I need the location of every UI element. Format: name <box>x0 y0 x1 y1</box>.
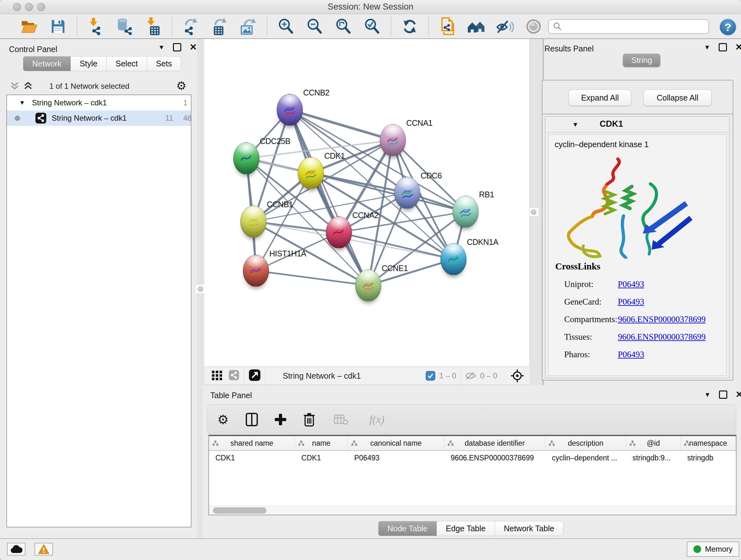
table-row[interactable]: CDK1CDK1P064939606.ENSP00000378699cyclin… <box>209 451 736 465</box>
cloud-button[interactable] <box>7 543 25 556</box>
column-header--id[interactable]: @id <box>626 436 681 450</box>
import-network-icon[interactable] <box>87 17 105 36</box>
panel-menu-icon[interactable]: ▼ <box>704 391 711 398</box>
collapse-collection-icon[interactable]: ▼ <box>19 99 25 106</box>
zoom-out-icon[interactable] <box>306 17 324 36</box>
tab-edge-table[interactable]: Edge Table <box>437 521 495 536</box>
refresh-icon[interactable] <box>401 17 419 36</box>
table-cell[interactable]: P06493 <box>348 451 444 465</box>
node-table[interactable]: shared name name canonical name database… <box>208 435 737 515</box>
float-panel-icon[interactable] <box>173 43 181 51</box>
import-table-icon[interactable] <box>144 17 162 36</box>
table-cell[interactable]: 9606.ENSP00000378699 <box>444 451 545 465</box>
node-cdkn1a[interactable] <box>441 243 467 275</box>
node-label-cdc25b: CDC25B <box>260 137 290 146</box>
eye-crossed-icon[interactable] <box>496 17 514 36</box>
tab-style[interactable]: Style <box>71 56 107 71</box>
collapse-all-button[interactable]: Collapse All <box>643 89 712 106</box>
network-options-gear-icon[interactable]: ⚙ <box>176 80 186 91</box>
tab-node-table[interactable]: Node Table <box>378 521 437 536</box>
network-badge-icon[interactable] <box>228 370 239 382</box>
node-ccne1[interactable] <box>355 269 381 301</box>
column-header-name[interactable]: name <box>295 436 348 450</box>
search-input[interactable] <box>562 22 703 31</box>
column-header-namespace[interactable]: namespace <box>681 436 736 450</box>
float-panel-icon[interactable] <box>719 43 727 51</box>
tab-sets[interactable]: Sets <box>147 56 181 71</box>
table-horizontal-scrollbar[interactable] <box>209 506 736 515</box>
export-network-icon[interactable] <box>182 17 200 36</box>
node-hist1h1a[interactable] <box>243 255 269 287</box>
edge-layer[interactable] <box>204 39 530 367</box>
node-ccnb1[interactable] <box>240 206 266 238</box>
collection-name: String Network – cdk1 <box>32 98 107 107</box>
table-cell[interactable]: CDK1 <box>295 451 348 465</box>
warnings-button[interactable] <box>35 543 53 556</box>
selected-count: 1 – 0 <box>439 371 456 380</box>
table-cell[interactable]: CDK1 <box>209 451 295 465</box>
grid-view-icon[interactable] <box>211 369 223 382</box>
export-table-icon[interactable] <box>211 17 228 36</box>
open-in-window-icon[interactable] <box>249 369 261 382</box>
string-home-icon[interactable] <box>467 17 485 36</box>
show-columns-icon[interactable] <box>245 412 259 427</box>
export-image-icon[interactable] <box>239 17 257 36</box>
table-cell[interactable]: stringdb <box>681 451 736 465</box>
panel-menu-icon[interactable]: ▼ <box>158 44 165 51</box>
table-cell[interactable]: cyclin–dependent ... <box>545 451 626 465</box>
protein-section-header[interactable]: ▼ CDK1 <box>545 117 729 132</box>
crosslink-link[interactable]: 9606.ENSP00000378699 <box>618 332 705 342</box>
crosslinks-section: CrossLinks Uniprot:P06493GeneCard:P06493… <box>555 261 705 360</box>
crosslink-link[interactable]: P06493 <box>618 350 644 360</box>
memory-button[interactable]: Memory <box>687 542 739 557</box>
hidden-eye-icon[interactable] <box>466 372 477 380</box>
tab-network[interactable]: Network <box>23 56 71 71</box>
column-header-canonical-name[interactable]: canonical name <box>348 436 444 450</box>
network-canvas[interactable]: CCNB2 CCNA1 CDC25B CDK1 CDC6 RB1 CCNB1 C… <box>204 39 530 367</box>
eye-disabled-icon[interactable] <box>525 17 542 36</box>
save-session-icon[interactable] <box>49 17 67 36</box>
tab-network-table[interactable]: Network Table <box>495 521 563 536</box>
panel-menu-icon[interactable]: ▼ <box>704 44 711 51</box>
selected-checkbox-icon[interactable] <box>426 371 435 381</box>
search-field[interactable] <box>548 19 709 34</box>
tab-string[interactable]: String <box>623 54 660 67</box>
column-header-description[interactable]: description <box>545 436 626 450</box>
close-panel-icon[interactable]: ✕ <box>735 43 741 52</box>
right-splitter-handle[interactable] <box>528 207 539 217</box>
node-ccna1[interactable] <box>380 124 406 156</box>
network-row[interactable]: String Network – cdk1 11 48 <box>7 111 191 126</box>
zoom-in-icon[interactable] <box>277 17 295 36</box>
close-panel-icon[interactable]: ✕ <box>190 43 197 52</box>
scrollbar-thumb[interactable] <box>213 507 266 514</box>
node-cdk1[interactable] <box>298 157 324 189</box>
help-button[interactable]: ? <box>719 18 737 36</box>
column-header-database-identifier[interactable]: database identifier <box>444 436 545 450</box>
zoom-fit-icon[interactable] <box>334 17 352 36</box>
expand-all-button[interactable]: Expand All <box>569 89 631 106</box>
crosslink-link[interactable]: P06493 <box>618 297 644 307</box>
tab-select[interactable]: Select <box>107 56 147 71</box>
column-header-shared-name[interactable]: shared name <box>209 436 295 450</box>
node-cdc6[interactable] <box>394 177 420 209</box>
table-cell[interactable]: stringdb:9... <box>626 451 681 465</box>
node-rb1[interactable] <box>453 196 479 228</box>
duplicate-network-icon[interactable] <box>439 17 456 36</box>
network-collection-row[interactable]: ▼ String Network – cdk1 1 <box>7 95 191 111</box>
node-ccnb2[interactable] <box>277 94 303 126</box>
birdseye-view-icon[interactable] <box>511 369 524 382</box>
open-session-icon[interactable] <box>20 17 38 36</box>
table-options-gear-icon[interactable]: ⚙ <box>216 412 230 427</box>
create-column-icon[interactable] <box>273 412 288 427</box>
import-database-icon[interactable] <box>116 17 133 36</box>
node-cdc25b[interactable] <box>233 142 259 174</box>
zoom-selected-icon[interactable] <box>363 17 381 36</box>
node-ccna2[interactable] <box>326 216 352 248</box>
crosslink-link[interactable]: 9606.ENSP00000378699 <box>618 314 705 324</box>
collapse-protein-icon[interactable]: ▼ <box>572 121 579 128</box>
delete-column-trash-icon[interactable] <box>302 412 317 427</box>
crosslink-link[interactable]: P06493 <box>618 279 644 289</box>
network-edge-count: 48 <box>183 114 192 123</box>
float-panel-icon[interactable] <box>719 390 727 399</box>
close-panel-icon[interactable]: ✕ <box>736 390 741 399</box>
